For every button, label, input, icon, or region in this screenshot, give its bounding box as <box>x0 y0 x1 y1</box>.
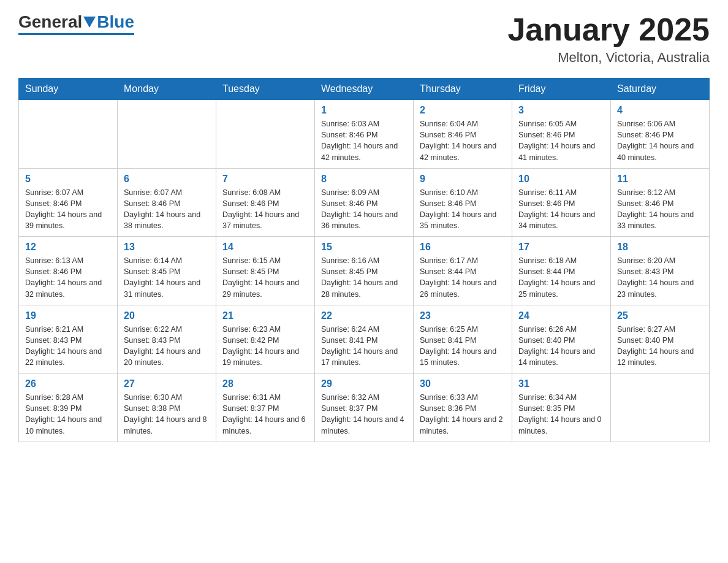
day-info: Sunrise: 6:31 AMSunset: 8:37 PMDaylight:… <box>222 392 308 437</box>
calendar-cell: 3Sunrise: 6:05 AMSunset: 8:46 PMDaylight… <box>512 100 611 169</box>
logo-general-text: General <box>18 12 82 32</box>
logo-blue-text: Blue <box>97 12 134 32</box>
day-number: 27 <box>124 378 210 389</box>
day-number: 10 <box>518 174 604 185</box>
calendar-cell <box>118 100 216 169</box>
day-number: 15 <box>321 242 407 253</box>
day-info: Sunrise: 6:25 AMSunset: 8:41 PMDaylight:… <box>420 324 506 369</box>
calendar-cell: 2Sunrise: 6:04 AMSunset: 8:46 PMDaylight… <box>414 100 512 169</box>
day-number: 20 <box>124 310 210 321</box>
day-number: 17 <box>518 242 604 253</box>
calendar-cell: 31Sunrise: 6:34 AMSunset: 8:35 PMDayligh… <box>512 373 611 442</box>
day-number: 30 <box>420 378 506 389</box>
location-subtitle: Melton, Victoria, Australia <box>507 50 710 66</box>
day-info: Sunrise: 6:06 AMSunset: 8:46 PMDaylight:… <box>617 118 703 163</box>
day-number: 19 <box>25 310 111 321</box>
calendar-week-4: 19Sunrise: 6:21 AMSunset: 8:43 PMDayligh… <box>19 305 710 373</box>
calendar-cell: 16Sunrise: 6:17 AMSunset: 8:44 PMDayligh… <box>414 237 512 305</box>
weekday-header-thursday: Thursday <box>414 79 512 100</box>
day-number: 9 <box>420 174 506 185</box>
calendar-cell: 22Sunrise: 6:24 AMSunset: 8:41 PMDayligh… <box>315 305 414 373</box>
calendar-cell: 30Sunrise: 6:33 AMSunset: 8:36 PMDayligh… <box>414 373 512 442</box>
day-number: 16 <box>420 242 506 253</box>
calendar-cell: 27Sunrise: 6:30 AMSunset: 8:38 PMDayligh… <box>118 373 216 442</box>
day-info: Sunrise: 6:07 AMSunset: 8:46 PMDaylight:… <box>124 187 210 232</box>
calendar-cell: 17Sunrise: 6:18 AMSunset: 8:44 PMDayligh… <box>512 237 611 305</box>
day-number: 23 <box>420 310 506 321</box>
calendar-cell: 23Sunrise: 6:25 AMSunset: 8:41 PMDayligh… <box>414 305 512 373</box>
day-info: Sunrise: 6:05 AMSunset: 8:46 PMDaylight:… <box>518 118 604 163</box>
day-number: 6 <box>124 174 210 185</box>
day-info: Sunrise: 6:34 AMSunset: 8:35 PMDaylight:… <box>518 392 604 437</box>
weekday-header-monday: Monday <box>118 79 216 100</box>
day-info: Sunrise: 6:15 AMSunset: 8:45 PMDaylight:… <box>222 255 308 300</box>
calendar-week-1: 1Sunrise: 6:03 AMSunset: 8:46 PMDaylight… <box>19 100 710 169</box>
day-info: Sunrise: 6:23 AMSunset: 8:42 PMDaylight:… <box>222 324 308 369</box>
calendar-cell: 28Sunrise: 6:31 AMSunset: 8:37 PMDayligh… <box>216 373 315 442</box>
calendar-cell: 6Sunrise: 6:07 AMSunset: 8:46 PMDaylight… <box>118 168 216 237</box>
day-info: Sunrise: 6:22 AMSunset: 8:43 PMDaylight:… <box>124 324 210 369</box>
day-info: Sunrise: 6:28 AMSunset: 8:39 PMDaylight:… <box>25 392 111 437</box>
weekday-header-wednesday: Wednesday <box>315 79 414 100</box>
day-info: Sunrise: 6:07 AMSunset: 8:46 PMDaylight:… <box>25 187 111 232</box>
title-section: January 2025 Melton, Victoria, Australia <box>507 12 710 66</box>
day-info: Sunrise: 6:32 AMSunset: 8:37 PMDaylight:… <box>321 392 407 437</box>
calendar-cell: 11Sunrise: 6:12 AMSunset: 8:46 PMDayligh… <box>611 168 710 237</box>
page-header: General Blue January 2025 Melton, Victor… <box>18 12 710 66</box>
day-info: Sunrise: 6:18 AMSunset: 8:44 PMDaylight:… <box>518 255 604 300</box>
day-number: 2 <box>420 105 506 116</box>
day-number: 24 <box>518 310 604 321</box>
calendar-cell: 26Sunrise: 6:28 AMSunset: 8:39 PMDayligh… <box>19 373 118 442</box>
day-number: 29 <box>321 378 407 389</box>
calendar-cell: 5Sunrise: 6:07 AMSunset: 8:46 PMDaylight… <box>19 168 118 237</box>
day-number: 18 <box>617 242 703 253</box>
day-number: 1 <box>321 105 407 116</box>
calendar-cell: 12Sunrise: 6:13 AMSunset: 8:46 PMDayligh… <box>19 237 118 305</box>
day-info: Sunrise: 6:04 AMSunset: 8:46 PMDaylight:… <box>420 118 506 163</box>
day-number: 11 <box>617 174 703 185</box>
calendar-cell: 15Sunrise: 6:16 AMSunset: 8:45 PMDayligh… <box>315 237 414 305</box>
calendar-cell: 18Sunrise: 6:20 AMSunset: 8:43 PMDayligh… <box>611 237 710 305</box>
weekday-header-tuesday: Tuesday <box>216 79 315 100</box>
day-info: Sunrise: 6:08 AMSunset: 8:46 PMDaylight:… <box>222 187 308 232</box>
calendar-cell: 13Sunrise: 6:14 AMSunset: 8:45 PMDayligh… <box>118 237 216 305</box>
calendar-table: SundayMondayTuesdayWednesdayThursdayFrid… <box>18 78 710 442</box>
calendar-cell: 24Sunrise: 6:26 AMSunset: 8:40 PMDayligh… <box>512 305 611 373</box>
calendar-cell: 14Sunrise: 6:15 AMSunset: 8:45 PMDayligh… <box>216 237 315 305</box>
month-title: January 2025 <box>507 12 710 47</box>
day-info: Sunrise: 6:26 AMSunset: 8:40 PMDaylight:… <box>518 324 604 369</box>
weekday-header-friday: Friday <box>512 79 611 100</box>
calendar-cell <box>216 100 315 169</box>
calendar-cell: 19Sunrise: 6:21 AMSunset: 8:43 PMDayligh… <box>19 305 118 373</box>
logo-triangle-icon <box>83 17 96 28</box>
day-number: 14 <box>222 242 308 253</box>
calendar-cell: 8Sunrise: 6:09 AMSunset: 8:46 PMDaylight… <box>315 168 414 237</box>
day-info: Sunrise: 6:13 AMSunset: 8:46 PMDaylight:… <box>25 255 111 300</box>
day-info: Sunrise: 6:24 AMSunset: 8:41 PMDaylight:… <box>321 324 407 369</box>
day-number: 31 <box>518 378 604 389</box>
day-number: 25 <box>617 310 703 321</box>
logo: General Blue <box>18 12 134 35</box>
day-info: Sunrise: 6:20 AMSunset: 8:43 PMDaylight:… <box>617 255 703 300</box>
calendar-cell: 21Sunrise: 6:23 AMSunset: 8:42 PMDayligh… <box>216 305 315 373</box>
calendar-cell <box>19 100 118 169</box>
day-number: 3 <box>518 105 604 116</box>
calendar-week-2: 5Sunrise: 6:07 AMSunset: 8:46 PMDaylight… <box>19 168 710 237</box>
calendar-cell: 20Sunrise: 6:22 AMSunset: 8:43 PMDayligh… <box>118 305 216 373</box>
logo-line <box>18 33 134 35</box>
day-info: Sunrise: 6:10 AMSunset: 8:46 PMDaylight:… <box>420 187 506 232</box>
calendar-cell <box>611 373 710 442</box>
weekday-header-saturday: Saturday <box>611 79 710 100</box>
day-info: Sunrise: 6:14 AMSunset: 8:45 PMDaylight:… <box>124 255 210 300</box>
day-number: 5 <box>25 174 111 185</box>
calendar-cell: 29Sunrise: 6:32 AMSunset: 8:37 PMDayligh… <box>315 373 414 442</box>
day-info: Sunrise: 6:17 AMSunset: 8:44 PMDaylight:… <box>420 255 506 300</box>
day-info: Sunrise: 6:12 AMSunset: 8:46 PMDaylight:… <box>617 187 703 232</box>
day-number: 22 <box>321 310 407 321</box>
day-info: Sunrise: 6:03 AMSunset: 8:46 PMDaylight:… <box>321 118 407 163</box>
calendar-week-3: 12Sunrise: 6:13 AMSunset: 8:46 PMDayligh… <box>19 237 710 305</box>
day-number: 4 <box>617 105 703 116</box>
day-number: 13 <box>124 242 210 253</box>
calendar-week-5: 26Sunrise: 6:28 AMSunset: 8:39 PMDayligh… <box>19 373 710 442</box>
calendar-cell: 1Sunrise: 6:03 AMSunset: 8:46 PMDaylight… <box>315 100 414 169</box>
